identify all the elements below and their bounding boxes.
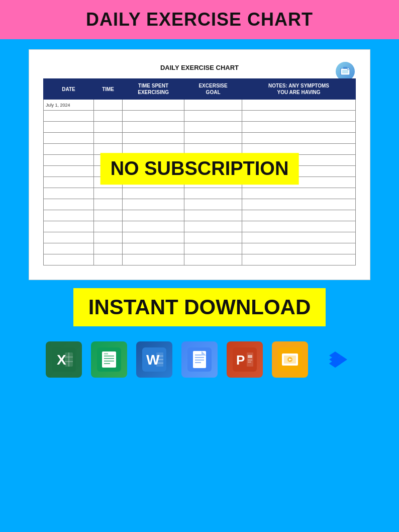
svg-rect-2 xyxy=(343,67,347,69)
svg-point-3 xyxy=(347,68,349,70)
svg-rect-15 xyxy=(104,363,110,364)
table-cell xyxy=(242,243,356,254)
table-cell xyxy=(184,243,242,254)
table-row xyxy=(44,232,356,243)
doc-header: DAILY EXERCISE CHART AllBusinessTemplate… xyxy=(43,62,356,71)
table-row xyxy=(44,243,356,254)
google-docs-icon[interactable] xyxy=(181,341,218,378)
table-cell xyxy=(184,232,242,243)
table-row xyxy=(44,188,356,199)
svg-text:P: P xyxy=(236,352,245,368)
table-cell xyxy=(94,133,123,144)
table-cell xyxy=(123,111,184,122)
svg-rect-35 xyxy=(248,362,251,363)
table-cell xyxy=(44,210,94,221)
table-cell xyxy=(242,111,356,122)
table-cell xyxy=(123,232,184,243)
google-sheets-icon[interactable] xyxy=(91,341,127,378)
table-cell xyxy=(123,254,184,265)
excel-icon[interactable]: X xyxy=(46,341,82,378)
google-slides-icon[interactable] xyxy=(272,341,308,378)
col-date: DATE xyxy=(44,79,94,100)
doc-title: DAILY EXERCISE CHART xyxy=(160,64,239,71)
instant-download-text: INSTANT DOWNLOAD xyxy=(88,295,311,319)
table-cell xyxy=(44,221,94,232)
table-row xyxy=(44,210,356,221)
table-cell xyxy=(94,221,123,232)
svg-rect-27 xyxy=(195,360,204,361)
table-cell xyxy=(242,122,356,133)
table-cell xyxy=(242,188,356,199)
table-cell xyxy=(94,111,123,122)
col-time: TIME xyxy=(94,79,123,100)
svg-rect-33 xyxy=(248,355,252,358)
top-banner: DAILY EXERCISE CHART xyxy=(0,0,399,39)
table-row: July 1, 2024 xyxy=(44,100,356,111)
table-cell xyxy=(44,144,94,155)
document-preview: DAILY EXERCISE CHART AllBusinessTemplate… xyxy=(29,49,370,280)
col-time-spent: TIME SPENTEXERCISING xyxy=(123,79,184,100)
svg-rect-12 xyxy=(104,356,114,357)
svg-rect-26 xyxy=(195,357,204,358)
no-subscription-overlay: NO SUBSCRIPTION xyxy=(101,153,299,185)
table-cell xyxy=(44,199,94,210)
col-notes: NOTES: ANY SYMPTOMSYOU ARE HAVING xyxy=(242,79,356,100)
svg-rect-1 xyxy=(342,70,348,73)
table-cell xyxy=(94,243,123,254)
table-cell xyxy=(123,199,184,210)
cell-notes xyxy=(242,100,356,111)
table-row xyxy=(44,111,356,122)
table-row xyxy=(44,133,356,144)
cell-time xyxy=(94,100,123,111)
table-cell xyxy=(44,232,94,243)
format-icons-row: X W xyxy=(46,341,353,378)
table-cell xyxy=(184,199,242,210)
table-cell xyxy=(44,188,94,199)
svg-rect-14 xyxy=(104,361,114,362)
dropbox-icon[interactable] xyxy=(317,341,353,378)
table-cell xyxy=(94,188,123,199)
page-title: DAILY EXERCISE CHART xyxy=(0,9,399,30)
cell-goal xyxy=(184,100,242,111)
table-cell xyxy=(94,122,123,133)
table-cell xyxy=(242,199,356,210)
table-cell xyxy=(123,133,184,144)
table-cell xyxy=(123,188,184,199)
table-cell xyxy=(123,210,184,221)
table-cell xyxy=(184,221,242,232)
table-cell xyxy=(44,122,94,133)
table-cell xyxy=(184,122,242,133)
table-row xyxy=(44,221,356,232)
svg-rect-16 xyxy=(104,353,108,354)
svg-rect-28 xyxy=(195,362,201,363)
table-cell xyxy=(184,133,242,144)
table-cell xyxy=(44,166,94,177)
table-cell xyxy=(242,210,356,221)
col-goal: EXCERSISEGOAL xyxy=(184,79,242,100)
table-cell xyxy=(242,133,356,144)
cell-date: July 1, 2024 xyxy=(44,100,94,111)
no-subscription-text: NO SUBSCRIPTION xyxy=(111,158,289,180)
table-cell xyxy=(242,221,356,232)
table-cell xyxy=(184,210,242,221)
powerpoint-icon[interactable]: P xyxy=(227,341,263,378)
table-cell xyxy=(94,232,123,243)
table-row xyxy=(44,122,356,133)
instant-download-banner[interactable]: INSTANT DOWNLOAD xyxy=(73,288,326,326)
table-cell xyxy=(44,254,94,265)
table-wrapper: DATE TIME TIME SPENTEXERCISING EXCERSISE… xyxy=(43,78,356,265)
word-icon[interactable]: W xyxy=(136,341,172,378)
table-cell xyxy=(184,111,242,122)
table-cell xyxy=(94,199,123,210)
table-cell xyxy=(123,221,184,232)
table-cell xyxy=(44,177,94,188)
table-row xyxy=(44,199,356,210)
table-cell xyxy=(242,254,356,265)
svg-rect-13 xyxy=(104,358,114,359)
table-cell xyxy=(94,210,123,221)
cell-time-spent xyxy=(123,100,184,111)
table-cell xyxy=(184,254,242,265)
table-cell xyxy=(94,254,123,265)
table-cell xyxy=(44,155,94,166)
table-cell xyxy=(44,243,94,254)
